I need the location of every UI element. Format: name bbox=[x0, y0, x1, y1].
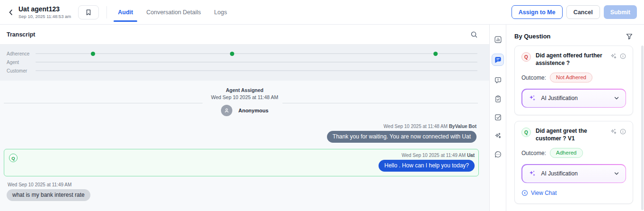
message-bubble[interactable]: Hello . How can I help you today? bbox=[379, 160, 475, 172]
page-subtitle: Sep 10, 2025 11:48:53 am bbox=[18, 14, 71, 19]
question-card: Q Did agent offered further assistence ?… bbox=[514, 46, 633, 115]
ai-justification-dropdown[interactable]: AI Justification bbox=[521, 164, 626, 183]
avatar bbox=[221, 105, 232, 116]
timeline-line bbox=[35, 53, 477, 54]
timeline-label-agent: Agent bbox=[7, 60, 35, 65]
outcome-row: Outcome: Not Adhered bbox=[521, 73, 626, 83]
person-icon bbox=[224, 108, 229, 113]
timeline-row-agent: Agent bbox=[0, 58, 489, 66]
question-badge: Q bbox=[521, 128, 531, 137]
by-question-panel: By Question Q Did agent offered further … bbox=[506, 25, 644, 211]
participant-name: Anonymous bbox=[238, 108, 269, 113]
ai-justification-dropdown[interactable]: AI Justification bbox=[521, 89, 626, 108]
circle-arrow-left-icon bbox=[521, 190, 528, 196]
message-agent: Wed Sep 10 2025 at 11:49 AM Uat Hello . … bbox=[379, 153, 475, 172]
chat-ellipsis-icon[interactable] bbox=[492, 150, 504, 158]
question-card-icons bbox=[610, 52, 626, 59]
title-block: Uat agent123 Sep 10, 2025 11:48:53 am bbox=[18, 5, 71, 19]
back-button[interactable] bbox=[6, 7, 16, 18]
side-toolbar bbox=[490, 25, 506, 211]
message-meta: Wed Sep 10 2025 at 11:48 AM ByValue Bot bbox=[327, 124, 476, 129]
chat-icon[interactable] bbox=[492, 54, 504, 66]
clipboard-check-icon[interactable] bbox=[492, 94, 504, 103]
view-chat-label: View Chat bbox=[531, 190, 556, 196]
ai-justification-label: AI Justification bbox=[541, 170, 578, 177]
by-question-title: By Question bbox=[514, 33, 551, 40]
agent-assigned-divider: Agent Assigned Wed Sep 10 2025 at 11:48 … bbox=[0, 87, 489, 100]
agent-assigned-timestamp: Wed Sep 10 2025 at 11:48 AM bbox=[0, 94, 489, 100]
message-sender: ByValue Bot bbox=[449, 124, 476, 129]
message-bubble[interactable]: Thank you for waiting. You are now conne… bbox=[327, 131, 476, 143]
bookmark-button[interactable] bbox=[78, 5, 99, 19]
by-question-header: By Question bbox=[506, 25, 644, 46]
timeline-row-track-customer bbox=[35, 66, 477, 75]
audit-screen: Uat agent123 Sep 10, 2025 11:48:53 am Au… bbox=[0, 0, 644, 211]
timeline-row-track-adherence bbox=[35, 49, 477, 58]
tab-logs[interactable]: Logs bbox=[210, 0, 231, 25]
question-badge[interactable]: Q bbox=[9, 154, 18, 162]
app-header: Uat agent123 Sep 10, 2025 11:48:53 am Au… bbox=[0, 0, 644, 25]
message-customer: Wed Sep 10 2025 at 11:49 AM what is my b… bbox=[8, 182, 90, 201]
sparkle-icon[interactable] bbox=[610, 128, 617, 135]
adherence-dot[interactable] bbox=[433, 52, 438, 56]
page-title: Uat agent123 bbox=[18, 5, 71, 13]
comment-alert-icon[interactable] bbox=[492, 76, 504, 84]
message-sender: Uat bbox=[467, 153, 475, 158]
question-text: Did agent greet the customer ? V1 bbox=[536, 128, 610, 142]
bar-chart-icon[interactable] bbox=[492, 35, 504, 44]
question-badge: Q bbox=[521, 52, 531, 62]
transcript-title: Transcript bbox=[7, 31, 35, 38]
scrollbar[interactable] bbox=[641, 46, 644, 210]
cancel-button[interactable]: Cancel bbox=[566, 5, 600, 19]
adherence-dot[interactable] bbox=[230, 52, 234, 56]
search-icon[interactable] bbox=[470, 31, 478, 38]
divider-line bbox=[4, 103, 203, 103]
outcome-label: Outcome: bbox=[521, 150, 546, 156]
filter-icon[interactable] bbox=[626, 33, 633, 40]
bookmark-icon bbox=[85, 9, 92, 16]
ai-justification-label: AI Justification bbox=[541, 95, 578, 101]
agent-assigned-title: Agent Assigned bbox=[0, 87, 489, 93]
chevron-down-icon bbox=[614, 95, 619, 101]
timeline-line bbox=[35, 62, 477, 63]
submit-button[interactable]: Submit bbox=[604, 5, 637, 19]
transcript-panel: Transcript Adherence Agent Customer bbox=[0, 25, 490, 211]
info-icon[interactable] bbox=[620, 128, 626, 135]
outcome-badge-adhered: Adhered bbox=[550, 148, 582, 158]
participant-row: Anonymous bbox=[0, 105, 489, 116]
info-icon[interactable] bbox=[620, 53, 626, 59]
message-timestamp: Wed Sep 10 2025 at 11:49 AM bbox=[402, 153, 466, 158]
divider-line bbox=[282, 103, 478, 103]
message-meta: Wed Sep 10 2025 at 11:49 AM Uat bbox=[379, 153, 475, 158]
header-divider bbox=[106, 6, 107, 18]
outcome-row: Outcome: Adhered bbox=[521, 148, 626, 158]
adherence-dot[interactable] bbox=[91, 52, 95, 56]
checkbox-check-icon[interactable] bbox=[492, 113, 504, 121]
timeline-line bbox=[35, 70, 477, 71]
message-timestamp: Wed Sep 10 2025 at 11:48 AM bbox=[384, 124, 448, 129]
view-chat-link[interactable]: View Chat bbox=[521, 190, 626, 196]
highlighted-question-message[interactable]: Q Wed Sep 10 2025 at 11:49 AM Uat Hello … bbox=[4, 149, 479, 176]
tab-audit[interactable]: Audit bbox=[114, 0, 137, 25]
question-card: Q Did agent greet the customer ? V1 Outc… bbox=[514, 121, 633, 204]
ai-sparkles-icon[interactable] bbox=[492, 131, 504, 140]
message-bubble[interactable]: what is my bank interest rate bbox=[7, 189, 90, 201]
question-card-head: Q Did agent greet the customer ? V1 bbox=[521, 128, 626, 142]
message-timestamp: Wed Sep 10 2025 at 11:49 AM bbox=[8, 182, 90, 187]
chevron-down-icon bbox=[614, 171, 619, 176]
sparkle-icon[interactable] bbox=[610, 53, 617, 59]
timeline-label-adherence: Adherence bbox=[7, 51, 35, 56]
message-bot: Wed Sep 10 2025 at 11:48 AM ByValue Bot … bbox=[327, 124, 476, 143]
transcript-header: Transcript bbox=[0, 25, 489, 45]
assign-to-me-button[interactable]: Assign to Me bbox=[512, 5, 563, 19]
timeline-row-adherence: Adherence bbox=[0, 49, 489, 58]
timeline-row-customer: Customer bbox=[0, 66, 489, 75]
ai-sparkle-icon bbox=[529, 170, 536, 177]
question-card-icons bbox=[610, 128, 626, 135]
tab-bar: Audit Conversation Details Logs bbox=[114, 0, 231, 25]
header-actions: Assign to Me Cancel Submit bbox=[512, 5, 637, 19]
outcome-label: Outcome: bbox=[521, 74, 546, 81]
tab-conversation-details[interactable]: Conversation Details bbox=[142, 0, 205, 25]
adherence-timeline: Adherence Agent Customer bbox=[0, 45, 489, 81]
timeline-label-customer: Customer bbox=[7, 68, 35, 73]
